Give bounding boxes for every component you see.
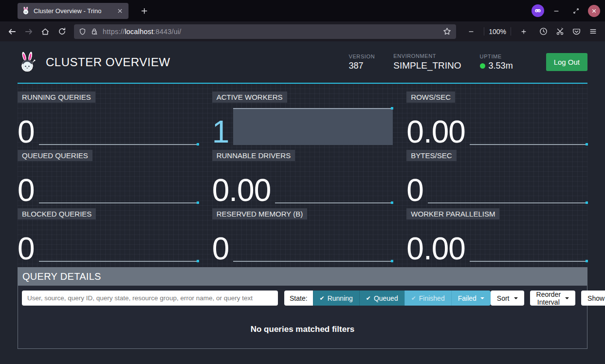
sparkline xyxy=(275,161,393,203)
state-filter-failed-dropdown[interactable]: Failed xyxy=(451,291,491,306)
stat-value: 0.00 xyxy=(406,235,465,263)
stat-tile-queued-queries: QUEUED QUERIES 0 xyxy=(18,150,199,203)
stat-value: 0 xyxy=(406,176,423,205)
stat-tile-rows-sec: ROWS/SEC 0.00 xyxy=(406,91,587,145)
caret-down-icon xyxy=(480,297,484,299)
private-browsing-mask-icon xyxy=(532,4,544,17)
forward-button[interactable] xyxy=(20,24,37,39)
reorder-interval-dropdown[interactable]: Reorder Interval xyxy=(530,291,576,306)
lock-warning-icon[interactable] xyxy=(91,28,98,36)
browser-tab-bar: Cluster Overview - Trino xyxy=(0,0,605,21)
sort-dropdown[interactable]: Sort xyxy=(491,291,524,306)
query-details-panel: QUERY DETAILS State: ✔ Running ✔ Queued … xyxy=(18,267,587,349)
url-bar[interactable]: https://localhost:8443/ui/ xyxy=(74,24,456,39)
history-clock-button[interactable] xyxy=(535,24,551,39)
back-button[interactable] xyxy=(4,24,20,39)
menu-hamburger-button[interactable] xyxy=(585,24,601,39)
uptime-status-dot xyxy=(480,63,485,69)
caret-down-icon xyxy=(514,297,518,299)
home-button[interactable] xyxy=(37,24,54,39)
refresh-button[interactable] xyxy=(54,24,70,39)
stat-tile-bytes-sec: BYTES/SEC 0 xyxy=(406,150,587,203)
logout-button[interactable]: Log Out xyxy=(546,53,587,71)
check-icon: ✔ xyxy=(411,295,416,302)
screenshot-scissors-button[interactable] xyxy=(551,24,568,39)
restore-window-button[interactable] xyxy=(568,3,583,18)
stat-value: 0 xyxy=(18,176,35,205)
zoom-out-button[interactable] xyxy=(463,24,479,39)
pocket-button[interactable] xyxy=(568,24,585,39)
stat-tile-running-queries: RUNNING QUERIES 0 xyxy=(18,91,199,145)
query-search-input[interactable] xyxy=(22,291,278,306)
cluster-stats-dashboard: RUNNING QUERIES 0 ACTIVE WORKERS 1 ROWS/… xyxy=(18,84,587,267)
empty-queries-message: No queries matched filters xyxy=(251,325,355,334)
sparkline xyxy=(233,103,393,145)
uptime-info: UPTIME 3.53m xyxy=(480,54,513,71)
bookmark-star-icon[interactable] xyxy=(443,27,451,36)
tab-close-icon[interactable] xyxy=(115,6,124,15)
stat-tile-blocked-queries: BLOCKED QUERIES 0 xyxy=(18,208,199,262)
sparkline xyxy=(39,103,199,145)
sparkline xyxy=(39,219,199,262)
shield-icon[interactable] xyxy=(79,28,86,36)
separator xyxy=(484,27,484,36)
tab-title: Cluster Overview - Trino xyxy=(34,7,101,15)
version-value: 387 xyxy=(349,61,375,71)
state-filter-queued[interactable]: ✔ Queued xyxy=(359,291,404,306)
stat-value: 0 xyxy=(18,235,35,263)
version-info: VERSION 387 xyxy=(349,54,375,71)
close-window-button[interactable] xyxy=(588,5,600,17)
check-icon: ✔ xyxy=(366,295,371,302)
page-header: CLUSTER OVERVIEW VERSION 387 ENVIRONMENT… xyxy=(18,41,587,84)
query-details-title: QUERY DETAILS xyxy=(18,268,587,286)
sparkline xyxy=(233,219,393,262)
show-dropdown[interactable]: Show xyxy=(581,291,605,306)
caret-down-icon xyxy=(565,297,569,299)
trino-ui-page: CLUSTER OVERVIEW VERSION 387 ENVIRONMENT… xyxy=(0,41,605,364)
browser-tab[interactable]: Cluster Overview - Trino xyxy=(18,3,128,19)
stat-tile-runnable-drivers: RUNNABLE DRIVERS 0.00 xyxy=(212,150,393,203)
url-text: https://localhost:8443/ui/ xyxy=(103,28,182,36)
uptime-value: 3.53m xyxy=(489,61,513,71)
stat-value: 0 xyxy=(212,235,229,263)
environment-info: ENVIRONMENT SIMPLE_TRINO xyxy=(393,53,461,71)
sparkline xyxy=(39,161,199,203)
stat-value: 0.00 xyxy=(212,176,271,205)
zoom-in-button[interactable] xyxy=(515,24,532,39)
stat-value: 0 xyxy=(18,118,35,146)
environment-value: SIMPLE_TRINO xyxy=(393,60,461,71)
state-filter-finished[interactable]: ✔ Finished xyxy=(404,291,451,306)
sparkline xyxy=(428,161,587,203)
separator xyxy=(511,27,511,36)
sparkline xyxy=(470,103,587,145)
stat-value: 0.00 xyxy=(406,118,465,146)
browser-toolbar: https://localhost:8443/ui/ 100% xyxy=(0,21,605,41)
zoom-level-indicator[interactable]: 100% xyxy=(489,28,506,36)
stat-value: 1 xyxy=(212,118,229,146)
stat-tile-active-workers: ACTIVE WORKERS 1 xyxy=(212,91,393,145)
query-filter-toolbar: State: ✔ Running ✔ Queued ✔ Finished Fai… xyxy=(18,286,587,310)
trino-bunny-logo xyxy=(18,51,37,73)
state-filter-label: State: xyxy=(284,291,313,306)
sparkline xyxy=(470,219,587,262)
check-icon: ✔ xyxy=(320,295,325,302)
state-filter-group: State: ✔ Running ✔ Queued ✔ Finished Fai… xyxy=(284,291,491,306)
stat-tile-reserved-memory: RESERVED MEMORY (B) 0 xyxy=(212,208,393,262)
trino-favicon-icon xyxy=(22,7,30,15)
minimize-button[interactable] xyxy=(549,3,564,18)
page-title: CLUSTER OVERVIEW xyxy=(46,55,170,69)
state-filter-running[interactable]: ✔ Running xyxy=(313,291,359,306)
stat-tile-worker-parallelism: WORKER PARALLELISM 0.00 xyxy=(406,208,587,262)
new-tab-button[interactable] xyxy=(137,4,151,18)
